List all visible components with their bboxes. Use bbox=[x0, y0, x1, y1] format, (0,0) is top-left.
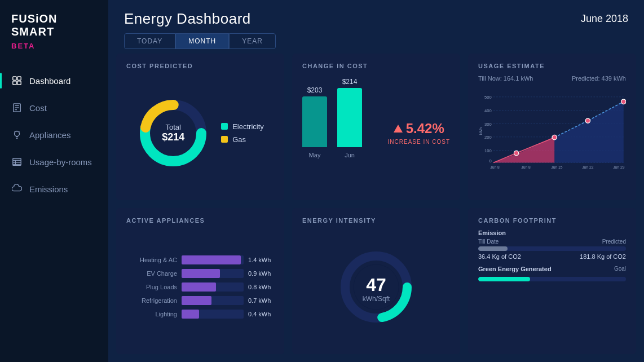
emission-bar-bg bbox=[478, 246, 626, 251]
sidebar-item-label: Cost bbox=[29, 103, 47, 113]
appl-value-heating: 1.4 kWh bbox=[248, 257, 274, 263]
page-title: Energy Dashboard bbox=[124, 10, 251, 28]
svg-line-13 bbox=[14, 131, 15, 132]
energy-intensity-card: ENERGY INTENSITY 47 kWh/Sqft bbox=[292, 208, 460, 355]
appl-name-refrig: Refrigeration bbox=[126, 297, 177, 304]
usage-header-info: Till Now: 164.1 kWh Predicted: 439 kWh bbox=[478, 75, 626, 82]
carbon-footprint-card: CARBON FOOTPRINT Emission Till Date Pred… bbox=[468, 208, 636, 355]
svg-text:200: 200 bbox=[484, 135, 492, 140]
svg-point-36 bbox=[514, 151, 518, 155]
appl-row-refrig: Refrigeration 0.7 kWh bbox=[126, 296, 274, 305]
energy-intensity-title: ENERGY INTENSITY bbox=[302, 217, 450, 224]
appl-name-ev: EV Charge bbox=[126, 270, 177, 277]
sidebar-item-appliances[interactable]: Appliances bbox=[0, 121, 108, 148]
active-appliances-card: ACTIVE APPLIANCES Heating & AC 1.4 kWh E… bbox=[116, 208, 284, 355]
emission-title: Emission bbox=[478, 229, 626, 236]
bar-jun-label: Jun bbox=[345, 152, 355, 158]
svg-rect-1 bbox=[17, 77, 21, 80]
sidebar-item-label: Usage-by-rooms bbox=[29, 157, 92, 167]
cloud-icon bbox=[11, 183, 23, 195]
header-date: June 2018 bbox=[581, 13, 628, 25]
predicted-label: Predicted: 439 kWh bbox=[572, 75, 626, 82]
appl-name-lighting: Lighting bbox=[126, 311, 177, 317]
appliances-list: Heating & AC 1.4 kWh EV Charge 0.9 kWh P… bbox=[126, 229, 274, 346]
green-energy-bar-fill bbox=[478, 277, 530, 281]
svg-text:Jun 29: Jun 29 bbox=[613, 165, 625, 169]
header: Energy Dashboard June 2018 bbox=[108, 0, 644, 33]
till-now-label: Till Now: 164.1 kWh bbox=[478, 75, 533, 82]
donut-total-label: Total bbox=[162, 123, 184, 131]
emission-bar-fill bbox=[478, 246, 508, 251]
bulb-icon bbox=[11, 129, 23, 140]
active-appliances-title: ACTIVE APPLIANCES bbox=[126, 217, 274, 224]
appl-name-plug: Plug Loads bbox=[126, 284, 177, 290]
bar-may-label: May bbox=[309, 152, 321, 158]
appl-bar-bg-plug bbox=[182, 282, 244, 292]
gas-label: Gas bbox=[232, 135, 246, 144]
donut-total-value: $214 bbox=[162, 131, 184, 143]
appl-row-ev: EV Charge 0.9 kWh bbox=[126, 269, 274, 278]
gauge-value: 47 bbox=[363, 276, 390, 294]
sidebar-item-label: Emissions bbox=[29, 184, 68, 194]
appl-bar-fill-lighting bbox=[182, 310, 199, 319]
legend-gas: Gas bbox=[221, 135, 264, 144]
tab-group-row: TODAY MONTH YEAR bbox=[108, 33, 644, 54]
svg-text:100: 100 bbox=[484, 148, 492, 153]
bar-jun-value: $214 bbox=[342, 78, 358, 86]
green-energy-bar-bg bbox=[478, 277, 626, 281]
sidebar-item-label: Dashboard bbox=[29, 76, 70, 86]
appl-row-heating: Heating & AC 1.4 kWh bbox=[126, 255, 274, 264]
emission-values: 36.4 Kg of CO2 181.8 Kg of CO2 bbox=[478, 253, 626, 260]
emission-labels-row: Till Date Predicted bbox=[478, 239, 626, 245]
donut-chart: Total $214 bbox=[136, 96, 210, 170]
appl-bar-bg-lighting bbox=[182, 310, 244, 319]
usage-estimate-card: USAGE ESTIMATE Till Now: 164.1 kWh Predi… bbox=[468, 54, 636, 200]
svg-rect-2 bbox=[13, 81, 16, 85]
time-tab-group: TODAY MONTH YEAR bbox=[124, 33, 628, 49]
sidebar-item-emissions[interactable]: Emissions bbox=[0, 175, 108, 202]
appl-bar-fill-heating bbox=[182, 255, 241, 264]
green-energy-title: Green Energy Generated bbox=[478, 266, 552, 272]
emission-section: Emission Till Date Predicted 36.4 Kg of … bbox=[478, 229, 626, 260]
cost-card-body: Total $214 Electricity Gas bbox=[126, 75, 274, 191]
bar-may: $203 May bbox=[302, 86, 327, 158]
svg-rect-0 bbox=[13, 77, 16, 80]
electricity-dot bbox=[221, 123, 228, 130]
triangle-up-icon bbox=[394, 125, 403, 133]
change-info: 5.42% INCREASE IN COST bbox=[388, 121, 450, 145]
svg-point-8 bbox=[15, 131, 20, 136]
change-card-body: $203 May $214 Jun 5.42% INCREA bbox=[302, 75, 450, 191]
svg-text:0: 0 bbox=[489, 158, 491, 164]
appl-value-ev: 0.9 kWh bbox=[248, 270, 274, 277]
bar-jun-fill bbox=[337, 88, 362, 147]
emission-till-date-value: 36.4 Kg of CO2 bbox=[478, 253, 521, 260]
sidebar-item-dashboard[interactable]: Dashboard bbox=[0, 67, 108, 94]
appl-bar-fill-plug bbox=[182, 282, 216, 292]
tab-year[interactable]: YEAR bbox=[229, 33, 276, 49]
bar-jun: $214 Jun bbox=[337, 78, 362, 158]
svg-text:400: 400 bbox=[484, 108, 492, 113]
green-energy-labels-row: Green Energy Generated Goal bbox=[478, 266, 626, 275]
sidebar-item-cost[interactable]: Cost bbox=[0, 94, 108, 121]
emission-predicted-label: Predicted bbox=[602, 239, 626, 245]
cost-legend: Electricity Gas bbox=[221, 122, 264, 144]
sidebar-nav: Dashboard Cost bbox=[0, 67, 108, 202]
tab-today[interactable]: TODAY bbox=[124, 33, 175, 49]
svg-text:300: 300 bbox=[484, 122, 492, 127]
change-in-cost-card: CHANGE IN COST $203 May $214 Jun bbox=[292, 54, 460, 200]
change-percentage: 5.42% bbox=[394, 121, 444, 136]
green-energy-section: Green Energy Generated Goal bbox=[478, 266, 626, 281]
table-icon bbox=[11, 156, 23, 167]
appl-row-lighting: Lighting 0.4 kWh bbox=[126, 310, 274, 319]
svg-text:Jun 22: Jun 22 bbox=[582, 165, 594, 169]
svg-text:Jun 8: Jun 8 bbox=[521, 165, 531, 169]
dashboard-grid: COST PREDICTED Total $214 bbox=[108, 54, 644, 362]
cost-predicted-card: COST PREDICTED Total $214 bbox=[116, 54, 284, 200]
usage-estimate-title: USAGE ESTIMATE bbox=[478, 63, 626, 69]
donut-label: Total $214 bbox=[162, 123, 184, 143]
tab-month[interactable]: MONTH bbox=[175, 33, 229, 49]
bar-chart: $203 May $214 Jun bbox=[302, 96, 382, 170]
svg-text:kWh: kWh bbox=[479, 127, 483, 135]
appl-row-plug: Plug Loads 0.8 kWh bbox=[126, 282, 274, 292]
sidebar-item-usage-by-rooms[interactable]: Usage-by-rooms bbox=[0, 148, 108, 175]
